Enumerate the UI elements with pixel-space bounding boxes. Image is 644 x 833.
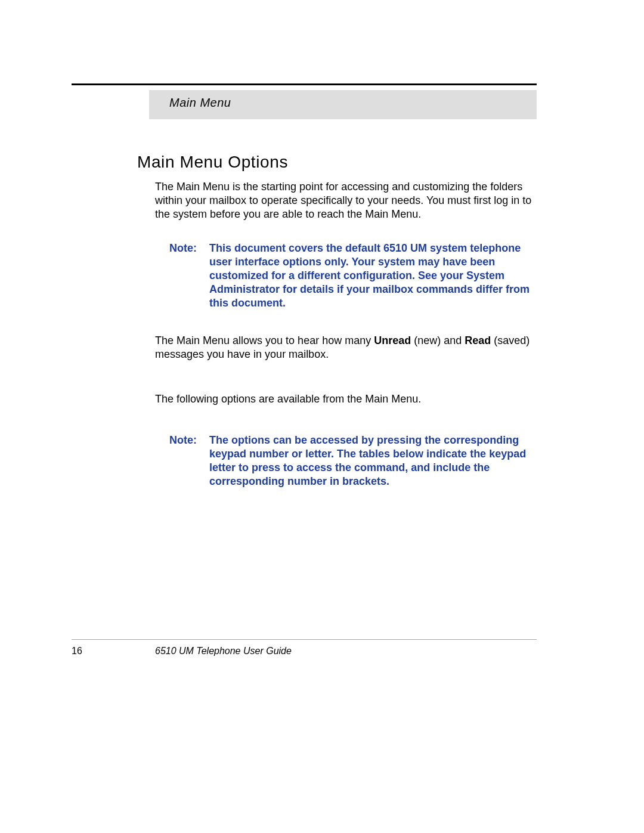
page-number: 16	[72, 646, 137, 657]
bold-read: Read	[465, 335, 491, 346]
paragraph-unread-read: The Main Menu allows you to hear how man…	[155, 334, 537, 361]
note-block-2: Note: The options can be accessed by pre…	[169, 433, 537, 488]
note-label: Note:	[169, 433, 206, 447]
paragraph-options-available: The following options are available from…	[155, 392, 537, 406]
intro-paragraph: The Main Menu is the starting point for …	[155, 180, 537, 221]
page-footer: 16 6510 UM Telephone User Guide	[72, 639, 537, 657]
page-heading: Main Menu Options	[137, 153, 537, 172]
note-block-1: Note: This document covers the default 6…	[169, 241, 537, 310]
content-area: Main Menu Options The Main Menu is the s…	[137, 119, 537, 488]
note-label: Note:	[169, 241, 206, 255]
document-page: Main Menu Main Menu Options The Main Men…	[0, 0, 644, 833]
text-fragment: (new) and	[411, 335, 465, 346]
footer-row: 16 6510 UM Telephone User Guide	[72, 646, 537, 657]
bold-unread: Unread	[374, 335, 411, 346]
note-text: This document covers the default 6510 UM…	[209, 241, 535, 310]
section-header-bar: Main Menu	[149, 90, 537, 119]
footer-rule	[72, 639, 537, 640]
text-fragment: The Main Menu allows you to hear how man…	[155, 335, 374, 346]
body-block: The Main Menu is the starting point for …	[155, 180, 537, 488]
section-title: Main Menu	[169, 96, 231, 109]
top-rule	[72, 83, 537, 85]
document-title: 6510 UM Telephone User Guide	[155, 646, 292, 657]
note-text: The options can be accessed by pressing …	[209, 433, 535, 488]
